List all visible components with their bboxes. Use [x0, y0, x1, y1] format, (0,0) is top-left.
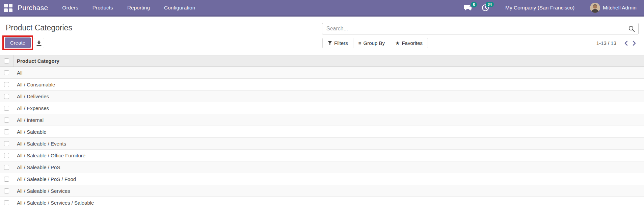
column-header-product-category[interactable]: Product Category [14, 58, 59, 64]
row-checkbox[interactable] [4, 200, 9, 205]
row-checkbox-cell [0, 150, 14, 161]
activities-badge: 34 [486, 2, 494, 7]
table-row[interactable]: All / Saleable / PoS [0, 161, 644, 173]
category-name: All / Saleable / Events [14, 141, 66, 147]
favorites-button[interactable]: ★ Favorites [390, 38, 428, 48]
row-checkbox-cell [0, 173, 14, 185]
row-checkbox-cell [0, 90, 14, 102]
row-checkbox-cell [0, 102, 14, 114]
row-checkbox-cell [0, 79, 14, 90]
filters-button[interactable]: Filters [322, 38, 353, 48]
group-by-button[interactable]: ≡ Group By [353, 38, 390, 48]
row-checkbox-cell [0, 161, 14, 173]
company-switcher[interactable]: My Company (San Francisco) [505, 5, 574, 11]
group-by-label: Group By [364, 40, 385, 46]
table-row[interactable]: All / Consumable [0, 79, 644, 90]
row-checkbox-cell [0, 138, 14, 149]
select-all-checkbox[interactable] [4, 58, 9, 63]
row-checkbox[interactable] [4, 94, 9, 99]
menu-item[interactable]: Reporting [127, 5, 150, 11]
grid-square [4, 4, 8, 7]
table-row[interactable]: All / Saleable / PoS / Food [0, 173, 644, 185]
row-checkbox-cell [0, 126, 14, 137]
category-name: All / Internal [14, 117, 44, 123]
export-button[interactable] [34, 38, 44, 48]
search-options: Filters ≡ Group By ★ Favorites [322, 38, 428, 48]
row-checkbox[interactable] [4, 106, 9, 111]
category-name: All / Saleable / PoS / Food [14, 176, 76, 182]
purchase-app-screen: Purchase OrdersProductsReportingConfigur… [0, 0, 644, 208]
row-checkbox[interactable] [4, 82, 9, 87]
table-row[interactable]: All / Saleable / Office Furniture [0, 150, 644, 161]
grid-square [9, 4, 12, 7]
menu-item[interactable]: Orders [62, 5, 78, 11]
star-icon: ★ [395, 41, 400, 46]
search-icon[interactable] [628, 26, 635, 32]
row-checkbox[interactable] [4, 188, 9, 193]
table-row[interactable]: All [0, 67, 644, 79]
table-header: Product Category [0, 55, 644, 67]
row-checkbox[interactable] [4, 153, 9, 158]
control-panel: Product Categories Create Filters [0, 18, 644, 55]
apps-menu-icon[interactable] [4, 4, 12, 12]
page-title: Product Categories [6, 23, 72, 32]
search-bar [322, 23, 639, 34]
menu-item[interactable]: Products [92, 5, 113, 11]
table-row[interactable]: All / Expenses [0, 102, 644, 114]
main-menu: OrdersProductsReportingConfiguration [62, 5, 195, 11]
messages-button[interactable]: 5 [464, 4, 472, 11]
category-name: All / Saleable / Services [14, 188, 70, 194]
activities-button[interactable]: 34 [482, 4, 489, 11]
user-name: Mitchell Admin [603, 5, 637, 11]
category-name: All / Saleable / Office Furniture [14, 153, 85, 158]
row-checkbox[interactable] [4, 165, 9, 170]
row-checkbox-cell [0, 114, 14, 126]
create-button[interactable]: Create [5, 37, 31, 48]
product-categories-list: Product Category All All / Consumable [0, 55, 644, 208]
navbar-left: Purchase OrdersProductsReportingConfigur… [4, 0, 195, 16]
pager-previous-button[interactable] [622, 41, 630, 46]
table-row[interactable]: All / Internal [0, 114, 644, 126]
select-all-cell [0, 55, 14, 67]
table-row[interactable]: All / Saleable [0, 126, 644, 138]
grid-square [4, 8, 8, 12]
category-name: All / Consumable [14, 82, 55, 87]
avatar [590, 3, 600, 13]
table-row[interactable]: All / Saleable / Events [0, 138, 644, 150]
create-button-highlight: Create [2, 35, 33, 50]
filter-funnel-icon [328, 41, 332, 45]
row-checkbox-cell [0, 197, 14, 208]
download-icon [36, 41, 42, 46]
group-by-icon: ≡ [358, 41, 361, 46]
category-name: All / Saleable / Services / Saleable [14, 200, 94, 206]
app-brand[interactable]: Purchase [18, 4, 48, 12]
user-menu[interactable]: Mitchell Admin [590, 3, 637, 13]
row-checkbox[interactable] [4, 118, 9, 123]
row-checkbox-cell [0, 185, 14, 197]
menu-item[interactable]: Configuration [164, 5, 195, 11]
messages-badge: 5 [471, 2, 477, 7]
category-name: All / Deliveries [14, 94, 49, 99]
pager-range: 1-13 / 13 [596, 40, 616, 46]
row-checkbox[interactable] [4, 70, 9, 75]
row-checkbox-cell [0, 67, 14, 78]
favorites-label: Favorites [402, 40, 423, 46]
category-name: All / Expenses [14, 105, 49, 111]
row-checkbox[interactable] [4, 141, 9, 146]
chevron-right-icon [632, 41, 637, 46]
category-name: All / Saleable / PoS [14, 164, 60, 170]
pager: 1-13 / 13 [596, 38, 639, 48]
grid-square [9, 8, 12, 12]
row-checkbox[interactable] [4, 129, 9, 134]
table-row[interactable]: All / Saleable / Services [0, 185, 644, 197]
filters-label: Filters [334, 40, 348, 46]
category-name: All / Saleable [14, 129, 47, 135]
category-name: All [14, 70, 23, 76]
table-row[interactable]: All / Deliveries [0, 90, 644, 102]
row-checkbox[interactable] [4, 177, 9, 182]
search-input[interactable] [322, 23, 639, 34]
table-row[interactable]: All / Saleable / Services / Saleable [0, 197, 644, 208]
navbar-right: 5 34 My Company (San Francisco) [454, 3, 637, 13]
table-body: All All / Consumable All / Deliveries [0, 67, 644, 208]
pager-next-button[interactable] [630, 41, 639, 46]
